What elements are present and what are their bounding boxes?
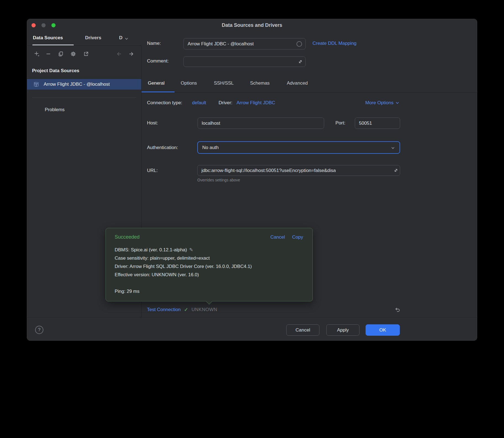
authentication-label: Authentication: <box>147 145 178 150</box>
create-ddl-mapping-link[interactable]: Create DDL Mapping <box>313 41 356 46</box>
data-source-item-label: Arrow Flight JDBC - @localhost <box>44 82 110 87</box>
sidebar-tabs-divider <box>27 45 141 46</box>
name-value: Arrow Flight JDBC - @localhost <box>188 41 254 47</box>
more-options-label: More Options <box>365 100 393 106</box>
host-label: Host: <box>147 120 158 126</box>
expand-editor-icon[interactable] <box>394 168 398 173</box>
tab-options[interactable]: Options <box>181 80 197 86</box>
popup-line-dbms-text: DBMS: Spice.ai (ver. 0.12.1-alpha) <box>115 247 187 252</box>
chevron-down-icon[interactable] <box>124 36 129 41</box>
active-form-tab-underline <box>141 92 175 92</box>
url-input[interactable]: jdbc:arrow-flight-sql://localhost:50051?… <box>197 165 400 176</box>
apply-button[interactable]: Apply <box>326 324 359 336</box>
revert-icon[interactable] <box>395 307 400 312</box>
circle-indicator-icon <box>296 41 302 47</box>
popup-line-blank <box>115 279 304 287</box>
connection-type-label: Connection type: <box>147 100 182 106</box>
popup-line-case: Case sensitivity: plain=upper, delimited… <box>115 254 304 262</box>
popup-cancel-link[interactable]: Cancel <box>270 234 285 240</box>
check-icon: ✓ <box>184 307 188 313</box>
screen: { "window": { "title": "Data Sources and… <box>0 0 504 438</box>
authentication-select[interactable]: No auth <box>197 141 400 154</box>
sidebar-item-problems[interactable]: Problems <box>45 107 65 113</box>
host-input[interactable]: localhost <box>198 118 324 129</box>
tab-ssh-ssl[interactable]: SSH/SSL <box>214 80 234 86</box>
url-hint: Overrides settings above <box>197 178 240 182</box>
authentication-value: No auth <box>202 145 219 150</box>
add-icon[interactable] <box>34 51 40 57</box>
name-input[interactable]: Arrow Flight JDBC - @localhost <box>183 38 306 49</box>
popup-notch <box>206 298 212 305</box>
section-project-data-sources: Project Data Sources <box>32 68 79 74</box>
chevron-down-icon <box>395 101 400 105</box>
port-value: 50051 <box>359 121 372 126</box>
popup-line-ping: Ping: 29 ms <box>115 287 304 296</box>
tab-ddl-truncated[interactable]: D <box>119 35 122 41</box>
edit-pencil-icon[interactable]: ✎ <box>189 247 193 252</box>
port-input[interactable]: 50051 <box>355 118 400 129</box>
tab-drivers[interactable]: Drivers <box>85 35 101 41</box>
connection-type-value-link[interactable]: default <box>192 100 206 106</box>
tab-advanced[interactable]: Advanced <box>287 80 308 86</box>
data-sources-dialog: Data Sources and Drivers Data Sources Dr… <box>27 19 477 341</box>
data-source-icon <box>34 82 39 87</box>
window-title: Data Sources and Drivers <box>27 22 477 28</box>
footer-divider <box>27 317 477 317</box>
forward-arrow-icon[interactable] <box>128 51 134 57</box>
duplicate-icon[interactable] <box>58 51 64 57</box>
comment-label: Comment: <box>147 58 169 64</box>
test-connection-result-popup: Succeeded Cancel Copy DBMS: Spice.ai (ve… <box>106 228 313 301</box>
popup-copy-link[interactable]: Copy <box>292 234 303 240</box>
tab-schemas[interactable]: Schemas <box>250 80 270 86</box>
popup-line-effective: Effective version: UNKNOWN (ver. 16.0) <box>115 271 304 279</box>
host-value: localhost <box>202 121 220 126</box>
data-source-item-selected[interactable]: Arrow Flight JDBC - @localhost <box>27 79 141 90</box>
name-label: Name: <box>147 41 161 46</box>
test-connection-link[interactable]: Test Connection <box>147 307 181 312</box>
cancel-button[interactable]: Cancel <box>286 324 319 336</box>
test-connection-row: Test Connection ✓ UNKNOWN <box>147 307 217 313</box>
driver-label: Driver: <box>219 100 232 106</box>
chevron-down-icon <box>391 146 395 150</box>
comment-input[interactable] <box>183 56 306 67</box>
ok-button[interactable]: OK <box>366 324 400 336</box>
remove-icon[interactable] <box>46 51 51 57</box>
question-icon: ? <box>38 327 41 332</box>
popup-status: Succeeded <box>115 234 140 240</box>
form-tabs-divider <box>141 92 477 93</box>
popup-line-dbms: DBMS: Spice.ai (ver. 0.12.1-alpha)✎ <box>115 246 304 254</box>
sidebar-list-divider <box>32 97 136 98</box>
popup-line-driver: Driver: Arrow Flight SQL JDBC Driver Cor… <box>115 262 304 271</box>
expand-editor-icon[interactable] <box>298 59 303 64</box>
url-label: URL: <box>147 168 158 173</box>
port-label: Port: <box>335 120 345 126</box>
more-options-link[interactable]: More Options <box>365 100 400 106</box>
url-value: jdbc:arrow-flight-sql://localhost:50051?… <box>201 168 336 173</box>
tab-general[interactable]: General <box>148 80 164 86</box>
popup-details: DBMS: Spice.ai (ver. 0.12.1-alpha)✎ Case… <box>115 246 304 296</box>
back-arrow-icon[interactable] <box>116 51 122 57</box>
help-button[interactable]: ? <box>35 326 43 334</box>
test-status: UNKNOWN <box>191 307 217 312</box>
tab-data-sources[interactable]: Data Sources <box>33 35 63 41</box>
driver-value-link[interactable]: Arrow Flight JDBC <box>237 100 275 106</box>
gear-icon[interactable] <box>70 51 76 57</box>
open-in-new-icon[interactable] <box>83 51 89 57</box>
